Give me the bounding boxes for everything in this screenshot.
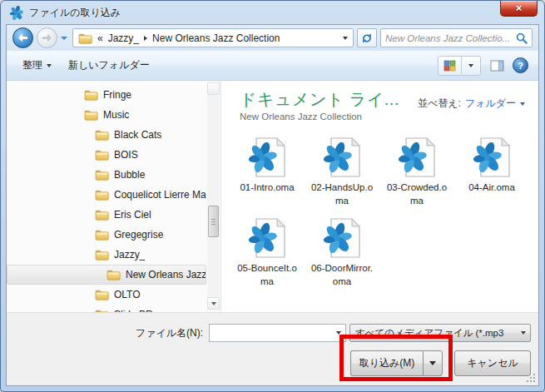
folder-icon	[95, 209, 109, 221]
file-item-label: 04-Air.oma	[458, 181, 525, 194]
folder-icon	[95, 149, 109, 161]
scroll-down-icon	[211, 302, 216, 305]
scroll-down-button[interactable]	[207, 297, 220, 310]
folder-icon	[95, 189, 109, 201]
folder-icon	[107, 269, 121, 280]
preview-pane-icon	[490, 60, 504, 72]
views-dropdown-icon	[468, 64, 473, 67]
search-box[interactable]	[380, 28, 533, 47]
tree-item-eris-ciel[interactable]: Eris Ciel	[7, 205, 206, 225]
search-icon[interactable]	[516, 32, 528, 44]
file-item-01[interactable]: 01-Intro.oma	[230, 132, 305, 213]
arrange-by-control[interactable]: 並べ替え: フォルダー	[418, 97, 525, 111]
refresh-icon	[361, 32, 373, 44]
navigation-bar: « Jazzy_ New Orleans Jazz Collection	[7, 25, 538, 51]
arrange-by-dropdown-icon[interactable]	[520, 102, 525, 106]
breadcrumb-segment-parent[interactable]: Jazzy_	[108, 32, 139, 44]
file-item-06[interactable]: 06-DoorMirror.oma	[305, 213, 379, 294]
folder-icon	[84, 109, 98, 121]
oma-audio-file-icon	[322, 136, 362, 178]
file-item-04[interactable]: 04-Air.oma	[454, 132, 529, 213]
recent-locations-dropdown[interactable]	[61, 37, 67, 40]
filetype-dropdown-icon	[521, 331, 526, 335]
file-item-05[interactable]: 05-BounceIt.oma	[230, 213, 305, 294]
tree-item-bois[interactable]: BOIS	[7, 145, 206, 165]
import-button-label: 取り込み(M)	[359, 356, 415, 370]
tree-item-coquelicot[interactable]: Coquelicot Lierre Ma	[7, 185, 206, 205]
file-item-02[interactable]: 02-HandsUp.oma	[305, 132, 379, 213]
folder-icon	[95, 169, 109, 181]
filename-combobox[interactable]	[209, 324, 346, 342]
tree-item-slide-br[interactable]: Slide BR	[7, 305, 206, 312]
import-dropdown-button[interactable]	[423, 350, 443, 376]
filename-dropdown-button[interactable]	[333, 325, 345, 341]
tree-item-label: Coquelicot Lierre Ma	[114, 189, 206, 201]
forward-button[interactable]	[37, 27, 57, 48]
breadcrumb-segment-current[interactable]: New Orleans Jazz Collection	[152, 32, 280, 44]
folder-icon	[95, 289, 109, 300]
title-bar[interactable]: ファイルの取り込み	[1, 1, 544, 24]
command-toolbar: 整理 新しいフォルダー	[7, 51, 538, 81]
back-arrow-icon	[17, 33, 28, 42]
tree-item-black-cats[interactable]: Black Cats	[7, 125, 206, 145]
filetype-filter-value: すべてのメディアファイル (*.mp3	[350, 327, 516, 340]
filetype-dropdown-button[interactable]	[516, 325, 530, 341]
address-dropdown-arrow[interactable]	[343, 37, 348, 40]
help-question-glyph: ?	[518, 61, 523, 71]
import-button[interactable]: 取り込み(M)	[350, 350, 423, 376]
scrollbar-thumb[interactable]	[208, 206, 219, 237]
filename-input[interactable]	[210, 327, 333, 339]
file-import-dialog: ファイルの取り込み × « Jazzy_ New Orleans Jazz Co…	[0, 0, 545, 392]
oma-audio-file-icon	[397, 136, 437, 178]
filename-label: ファイル名(N):	[136, 326, 203, 340]
tree-item-label: Music	[103, 109, 129, 121]
refresh-button[interactable]	[357, 28, 377, 47]
file-item-label: 02-HandsUp.oma	[309, 181, 375, 207]
import-split-button[interactable]: 取り込み(M)	[350, 350, 443, 376]
filetype-filter-combobox[interactable]: すべてのメディアファイル (*.mp3	[349, 324, 531, 342]
tree-item-jazzy[interactable]: Jazzy_	[7, 245, 206, 265]
close-button[interactable]: ×	[500, 1, 538, 17]
new-folder-button[interactable]: 新しいフォルダー	[62, 55, 156, 76]
tree-item-label: Eris Ciel	[114, 209, 151, 221]
file-item-label: 06-DoorMirror.oma	[309, 261, 375, 288]
dialog-content: « Jazzy_ New Orleans Jazz Collection	[6, 24, 539, 386]
breadcrumb-overflow-chevron[interactable]: «	[97, 32, 103, 44]
views-dropdown-button[interactable]	[462, 57, 480, 75]
tree-item-music[interactable]: Music	[7, 105, 206, 125]
file-grid: 01-Intro.oma 02-HandsUp.oma 03-Crowded.o…	[230, 132, 535, 312]
file-item-03[interactable]: 03-Crowded.oma	[379, 132, 454, 213]
back-button[interactable]	[12, 27, 33, 48]
views-button[interactable]	[438, 57, 462, 75]
tree-item-bubble[interactable]: Bubble	[7, 165, 206, 185]
folder-tree-pane: Fringe Music Black Cats BOIS Bubble Coqu…	[7, 81, 221, 312]
oma-audio-file-icon	[247, 217, 287, 259]
resize-grip[interactable]	[526, 373, 537, 384]
tree-item-label: New Orleans Jazz	[126, 269, 206, 280]
filename-dropdown-icon	[336, 331, 341, 335]
tree-item-olto[interactable]: OLTO	[7, 285, 206, 305]
library-header: ドキュメント ライ... New Orleans Jazz Collection…	[221, 81, 538, 122]
folder-icon	[95, 229, 109, 241]
oma-audio-file-icon	[322, 217, 362, 259]
file-item-label: 01-Intro.oma	[234, 181, 300, 194]
search-input[interactable]	[385, 33, 516, 43]
tree-item-new-orleans-jazz-selected[interactable]: New Orleans Jazz	[7, 265, 206, 285]
tree-item-label: Gregegrise	[114, 229, 163, 241]
folder-icon	[84, 89, 98, 101]
change-view-split-button[interactable]	[438, 56, 481, 76]
scroll-up-button[interactable]	[207, 82, 220, 95]
views-tiles-icon	[443, 60, 456, 72]
tree-scrollbar[interactable]	[207, 82, 220, 310]
tree-item-gregegrise[interactable]: Gregegrise	[7, 225, 206, 245]
preview-pane-button[interactable]	[486, 56, 508, 76]
cancel-button[interactable]: キャンセル	[454, 350, 531, 376]
arrange-by-value[interactable]: フォルダー	[465, 97, 516, 111]
file-list-pane: ドキュメント ライ... New Orleans Jazz Collection…	[221, 81, 538, 312]
tree-item-fringe[interactable]: Fringe	[7, 85, 206, 105]
organize-menu-button[interactable]: 整理	[17, 55, 57, 76]
new-folder-label: 新しいフォルダー	[68, 58, 150, 72]
tree-item-label: Bubble	[114, 169, 145, 181]
address-breadcrumb[interactable]: « Jazzy_ New Orleans Jazz Collection	[72, 28, 354, 47]
help-button[interactable]: ?	[513, 57, 528, 73]
